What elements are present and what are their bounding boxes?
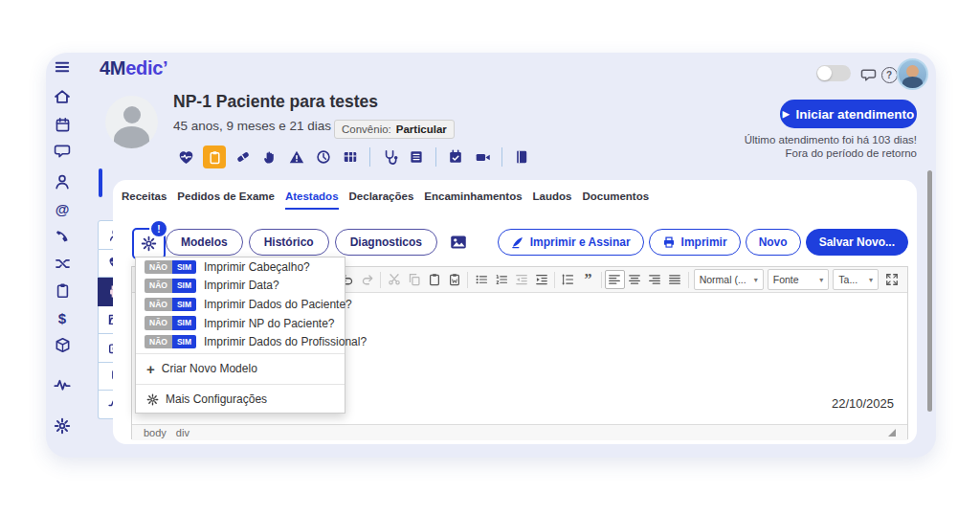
insurance-badge: Convênio: Particular bbox=[334, 120, 455, 139]
yes-no-toggle[interactable]: NÃOSIM bbox=[145, 298, 196, 312]
clipboard-icon[interactable] bbox=[54, 281, 71, 299]
patient-age: 45 anos, 9 meses e 21 dias bbox=[173, 119, 331, 133]
tab-documentos[interactable]: Documentos bbox=[582, 190, 649, 210]
document-tabs: Receitas Pedidos de Exame Atestados Decl… bbox=[122, 190, 649, 210]
toggle-row-np-paciente[interactable]: NÃOSIM Imprimir NP do Paciente? bbox=[136, 314, 345, 333]
history-clock-icon[interactable] bbox=[316, 149, 332, 166]
records-clipboard-icon[interactable] bbox=[203, 146, 226, 168]
align-center-button[interactable] bbox=[625, 270, 645, 289]
tab-encaminhamentos[interactable]: Encaminhamentos bbox=[424, 190, 522, 210]
align-left-button[interactable] bbox=[605, 270, 625, 289]
line-height-button[interactable] bbox=[558, 270, 578, 289]
align-justify-button[interactable] bbox=[665, 270, 685, 289]
diagnostics-button[interactable]: Diagnosticos bbox=[335, 229, 437, 256]
toggle-row-cabecalho[interactable]: NÃOSIM Imprimir Cabeçalho? bbox=[136, 258, 345, 277]
editor-status-bar: body div bbox=[132, 424, 907, 440]
blockquote-button[interactable]: ” bbox=[578, 270, 598, 289]
print-button[interactable]: Imprimir bbox=[649, 229, 741, 256]
more-settings-item[interactable]: Mais Configurações bbox=[136, 387, 345, 413]
billing-dollar-icon[interactable]: $ bbox=[54, 309, 71, 326]
history-button[interactable]: Histórico bbox=[249, 229, 329, 256]
patient-quick-icons bbox=[172, 146, 535, 168]
font-size-select[interactable]: Ta... ▾ bbox=[833, 269, 879, 290]
play-icon: ▶ bbox=[783, 109, 790, 119]
sidebar-active-indicator bbox=[99, 168, 102, 197]
chat-icon[interactable] bbox=[54, 143, 71, 160]
yes-no-toggle[interactable]: NÃOSIM bbox=[145, 316, 196, 330]
notification-badge: ! bbox=[149, 219, 168, 238]
numbered-list-button[interactable] bbox=[491, 270, 511, 289]
chevron-down-icon: ▾ bbox=[754, 276, 758, 284]
print-and-sign-button[interactable]: Imprimir e Assinar bbox=[498, 229, 644, 256]
document-actions: Imprimir e Assinar Imprimir Novo Salvar … bbox=[498, 229, 908, 256]
align-right-button[interactable] bbox=[645, 270, 665, 289]
bulleted-list-button[interactable] bbox=[471, 270, 491, 289]
yes-no-toggle[interactable]: NÃOSIM bbox=[145, 335, 196, 349]
toggle-knob bbox=[817, 66, 832, 80]
yes-no-toggle[interactable]: NÃOSIM bbox=[145, 260, 196, 275]
shuffle-icon[interactable] bbox=[54, 255, 71, 272]
appointment-calendar-icon[interactable] bbox=[448, 149, 464, 166]
resize-handle[interactable] bbox=[888, 429, 896, 437]
list-document-icon[interactable] bbox=[409, 149, 425, 166]
tab-atestados[interactable]: Atestados bbox=[285, 190, 339, 210]
at-icon[interactable]: @ bbox=[54, 200, 71, 217]
image-icon[interactable] bbox=[449, 233, 468, 252]
start-attendance-button[interactable]: ▶ Iniciar atendimento bbox=[780, 100, 917, 128]
font-select[interactable]: Fonte ▾ bbox=[768, 269, 830, 290]
settings-gear-icon[interactable] bbox=[54, 417, 71, 435]
phone-icon[interactable] bbox=[54, 228, 71, 245]
paste-button[interactable] bbox=[424, 270, 444, 289]
dropdown-divider bbox=[136, 384, 345, 385]
messages-bubble-icon[interactable] bbox=[859, 66, 877, 83]
copy-button[interactable] bbox=[404, 270, 424, 289]
scrollbar-thumb[interactable] bbox=[927, 170, 932, 412]
tab-declaracoes[interactable]: Declarações bbox=[349, 190, 414, 210]
model-buttons: Modelos Histórico Diagnosticos bbox=[166, 229, 468, 256]
theme-toggle[interactable] bbox=[816, 65, 851, 81]
save-new-button[interactable]: Salvar Novo... bbox=[806, 229, 908, 256]
book-icon[interactable] bbox=[514, 149, 530, 166]
paragraph-format-select[interactable]: Normal (... ▾ bbox=[694, 269, 764, 290]
decrease-indent-button[interactable] bbox=[511, 270, 531, 289]
increase-indent-button[interactable] bbox=[531, 270, 551, 289]
tab-receitas[interactable]: Receitas bbox=[122, 190, 167, 210]
vitals-heart-icon[interactable] bbox=[178, 149, 194, 166]
cut-button[interactable] bbox=[384, 270, 404, 289]
activity-wave-icon[interactable] bbox=[54, 376, 71, 393]
toggle-row-dados-paciente[interactable]: NÃOSIM Imprimir Dados do Paciente? bbox=[136, 295, 345, 314]
tab-laudos[interactable]: Laudos bbox=[533, 190, 572, 210]
allergy-hand-icon[interactable] bbox=[262, 149, 278, 166]
calendar-icon[interactable] bbox=[54, 116, 71, 133]
yes-no-toggle[interactable]: NÃOSIM bbox=[145, 279, 196, 293]
new-button[interactable]: Novo bbox=[746, 229, 801, 256]
element-path-body[interactable]: body bbox=[144, 427, 167, 438]
patient-person-icon[interactable] bbox=[54, 173, 71, 190]
document-date: 22/10/2025 bbox=[832, 396, 894, 411]
maximize-button[interactable] bbox=[882, 270, 902, 289]
models-button[interactable]: Modelos bbox=[166, 229, 243, 256]
alert-warning-icon[interactable] bbox=[289, 149, 305, 166]
user-avatar[interactable] bbox=[897, 58, 928, 90]
toggle-row-dados-profissional[interactable]: NÃOSIM Imprimir Dados do Profissional? bbox=[136, 332, 345, 351]
home-icon[interactable] bbox=[54, 88, 71, 105]
redo-button[interactable] bbox=[357, 270, 377, 289]
chevron-down-icon: ▾ bbox=[869, 276, 873, 284]
stethoscope-icon[interactable] bbox=[382, 149, 398, 166]
return-period-text: Fora do período de retorno bbox=[786, 147, 917, 159]
medication-pill-icon[interactable] bbox=[235, 149, 252, 166]
printer-icon bbox=[662, 235, 676, 249]
icon-separator bbox=[501, 147, 502, 167]
table-grid-icon[interactable] bbox=[343, 149, 359, 166]
toggle-row-data[interactable]: NÃOSIM Imprimir Data? bbox=[136, 277, 345, 296]
element-path-div[interactable]: div bbox=[176, 427, 189, 438]
package-icon[interactable] bbox=[54, 336, 71, 353]
menu-icon[interactable] bbox=[54, 58, 71, 76]
paste-from-word-button[interactable] bbox=[444, 270, 464, 289]
help-icon[interactable]: ? bbox=[880, 66, 898, 83]
chevron-down-icon: ▾ bbox=[819, 276, 823, 284]
create-new-model-item[interactable]: + Criar Novo Modelo bbox=[136, 356, 345, 382]
patient-name: NP-1 Paciente para testes bbox=[173, 92, 378, 112]
tab-pedidos-de-exame[interactable]: Pedidos de Exame bbox=[177, 190, 275, 210]
video-call-icon[interactable] bbox=[475, 149, 491, 166]
